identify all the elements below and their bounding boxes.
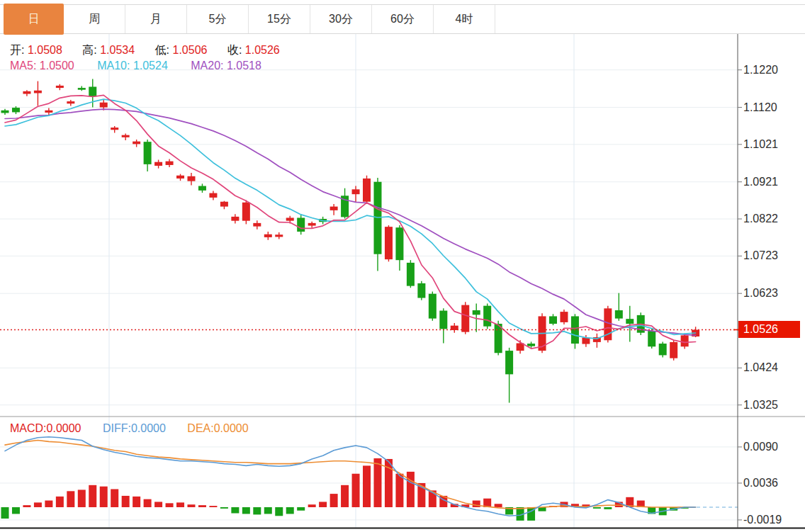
ohlc-header: 开: 1.0508 高: 1.0534 低: 1.0506 收: 1.0526 [10,43,297,58]
axis-tick-label: 1.0723 [743,249,778,262]
axis-tick-label: 1.0822 [743,213,778,225]
main-chart-panel[interactable] [0,33,738,417]
ma5-value: MA5: 1.0500 [10,60,74,72]
macd-value: MACD:0.0000 [10,422,81,434]
current-price-tag: 1.0526 [738,321,800,338]
axis-tick-label: 1.1021 [743,138,778,151]
axis-tick-label: 0.0036 [743,477,778,489]
tab-week[interactable]: 周 [64,5,125,33]
tab-4hour[interactable]: 4时 [434,5,495,33]
tab-15min[interactable]: 15分 [249,5,310,33]
high-value: 1.0534 [100,44,135,56]
dea-value: DEA:0.0000 [187,422,248,434]
axis-tick-label: 1.1120 [743,101,777,114]
close-label: 收: [227,44,242,56]
high-label: 高: [82,44,96,56]
open-value: 1.0508 [28,44,62,56]
axis-tick-label: 1.0623 [743,287,778,300]
tab-30min[interactable]: 30分 [310,5,372,33]
ma-header: MA5: 1.0500 MA10: 1.0524 MA20: 1.0518 [10,60,261,72]
tab-5min[interactable]: 5分 [187,5,249,33]
period-tab-bar: 日周月5分15分30分60分4时 [0,4,805,34]
close-value: 1.0526 [245,44,280,56]
axis-tick-label: 0.0090 [743,441,778,453]
axis-tick-label: 1.0921 [743,176,778,188]
axis-tick-label: 1.1220 [743,64,778,77]
tab-60min[interactable]: 60分 [372,5,434,33]
ma20-value: MA20: 1.0518 [191,60,261,72]
axis-tick-label: 1.0424 [743,361,778,374]
kline-app: 日周月5分15分30分60分4时 开: 1.0508 高: 1.0534 低: … [0,0,805,532]
tab-day[interactable]: 日 [4,4,64,35]
low-value: 1.0506 [173,44,208,56]
macd-header: MACD:0.0000 DIFF:0.0000 DEA:0.0000 [10,422,249,435]
diff-value: DIFF:0.0000 [103,422,166,434]
tab-month[interactable]: 月 [125,5,187,33]
axis-tick-label: -0.0019 [743,514,782,526]
open-label: 开: [10,44,24,56]
low-label: 低: [155,44,169,56]
axis-tick-label: 1.0325 [743,399,778,412]
ma10-value: MA10: 1.0524 [97,60,168,72]
